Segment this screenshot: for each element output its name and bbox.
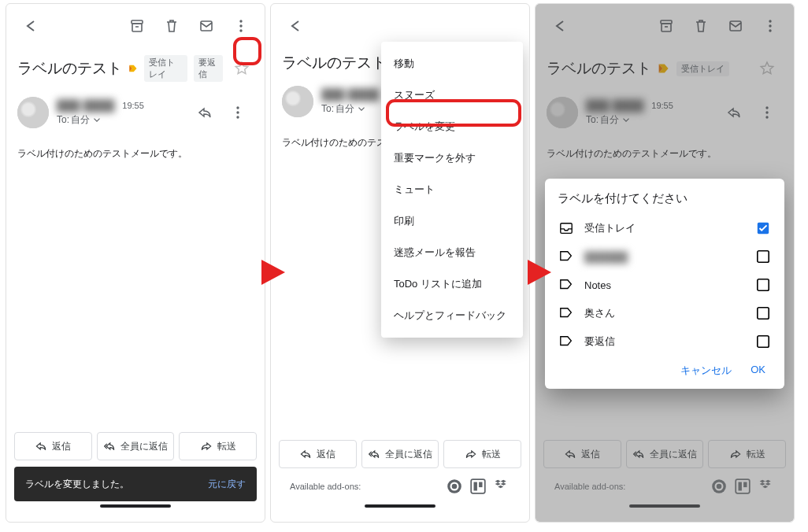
forward-button[interactable]: 転送 [443,440,521,468]
back-button[interactable] [14,10,46,42]
sender-row: ███ ████ 19:55 To: 自分 [6,92,265,133]
back-button[interactable] [279,10,310,42]
addon-adobe-icon[interactable] [710,478,728,495]
menu-mute[interactable]: ミュート [381,174,523,205]
addon-dropbox-icon[interactable] [758,478,775,495]
reply-all-button[interactable]: 全員に返信 [97,432,175,460]
subject-text: ラベルのテスト [282,53,387,73]
chip-reply-needed[interactable]: 要返信 [194,55,223,82]
more-button[interactable] [754,10,786,42]
snackbar-text: ラベルを変更しました。 [25,478,129,491]
menu-print[interactable]: 印刷 [381,205,523,237]
dialog-cancel[interactable]: キャンセル [680,364,732,378]
reply-button[interactable]: 返信 [14,432,92,460]
dialog-label-row[interactable]: Notes [558,271,772,299]
forward-icon [729,448,742,460]
avatar[interactable] [547,97,578,128]
toolbar [536,4,794,48]
reply-all-button[interactable]: 全員に返信 [361,440,439,468]
to-value: 自分 [600,113,619,127]
dialog-label-row[interactable]: 奥さん [558,299,772,327]
message-body: ラベル付けのためのテストメールです。 [6,133,265,175]
dialog-label-name: 奥さん [584,306,615,320]
reply-icon [564,448,576,460]
reply-icon-button[interactable] [718,97,750,128]
checkbox[interactable] [756,249,770,264]
message-body: ラベル付けのためのテストメールです。 [536,133,794,175]
menu-help[interactable]: ヘルプとフィードバック [381,300,523,331]
to-value: 自分 [335,102,354,116]
mark-unread-button[interactable] [191,10,222,42]
avatar[interactable] [17,97,49,128]
expand-icon [356,103,367,114]
archive-icon [129,18,145,34]
checkbox[interactable] [756,334,770,349]
mail-icon [728,18,743,34]
menu-snooze[interactable]: スヌーズ [381,79,523,111]
menu-move[interactable]: 移動 [381,48,523,79]
reply-icon [197,105,213,120]
more-button[interactable] [225,10,257,42]
addons-row: Available add-ons: [279,475,521,501]
checkbox[interactable] [756,306,770,320]
back-icon [551,18,567,34]
reply-all-button[interactable]: 全員に返信 [626,440,704,468]
archive-button[interactable] [121,10,153,42]
to-prefix: To: [586,114,599,125]
home-indicator [629,504,700,508]
time: 19:55 [651,101,673,110]
recipient-line[interactable]: To: 自分 [321,102,379,116]
sender-more-button[interactable] [222,97,254,128]
archive-icon [658,18,674,34]
svg-marker-22 [528,260,551,285]
inbox-icon [559,221,573,235]
checkbox[interactable] [756,221,770,235]
expand-icon [91,114,102,125]
recipient-line[interactable]: To: 自分 [57,113,144,127]
dialog-label-row[interactable]: 要返信 [558,327,772,356]
menu-change-labels[interactable]: ラベルを変更 [381,111,523,142]
dialog-label-name: 要返信 [584,334,615,349]
trash-icon [693,18,709,34]
star-button[interactable] [751,53,783,84]
forward-button[interactable]: 転送 [708,440,786,468]
back-icon [287,18,302,34]
home-indicator [365,504,436,508]
forward-icon [200,440,213,453]
sender-more-button[interactable] [751,97,783,128]
menu-report-spam[interactable]: 迷惑メールを報告 [381,237,523,268]
menu-add-todo[interactable]: ToDo リストに追加 [381,268,523,300]
checkbox[interactable] [756,278,770,292]
reply-button[interactable]: 返信 [279,440,357,468]
addon-adobe-icon[interactable] [446,478,463,495]
chip-inbox[interactable]: 受信トレイ [676,61,729,76]
chip-inbox[interactable]: 受信トレイ [144,55,187,82]
delete-button[interactable] [156,10,187,42]
importance-icon[interactable] [658,62,670,75]
dialog-ok[interactable]: OK [751,364,765,378]
addon-dropbox-icon[interactable] [493,478,510,495]
addon-trello-icon[interactable] [734,478,751,495]
reply-all-icon [632,448,645,460]
snackbar-undo[interactable]: 元に戻す [208,478,246,491]
reply-button[interactable]: 返信 [543,440,621,468]
star-icon [759,61,775,76]
menu-unmark-important[interactable]: 重要マークを外す [381,142,523,174]
recipient-line[interactable]: To: 自分 [586,113,673,127]
avatar[interactable] [282,86,313,117]
dialog-label-row[interactable]: 受信トレイ [558,214,772,242]
star-button[interactable] [229,53,254,84]
sender-row: ███ ████ 19:55 To: 自分 [536,92,794,133]
reply-icon-button[interactable] [189,97,221,128]
back-button[interactable] [543,10,575,42]
more-icon [762,18,778,34]
delete-button[interactable] [685,10,717,42]
importance-icon[interactable] [128,62,138,75]
label-icon [559,249,573,264]
dialog-label-row[interactable]: ██████ [558,242,772,271]
to-prefix: To: [321,103,334,114]
addon-trello-icon[interactable] [469,478,487,495]
archive-button[interactable] [650,10,682,42]
mark-unread-button[interactable] [720,10,751,42]
forward-button[interactable]: 転送 [179,432,257,460]
